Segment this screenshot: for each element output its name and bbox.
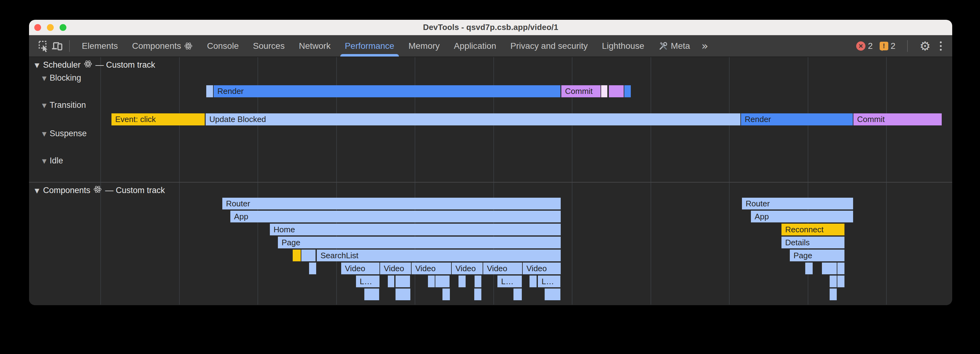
flame-bar[interactable]	[301, 250, 315, 262]
flame-bar[interactable]	[396, 289, 410, 300]
tab-lighthouse[interactable]: Lighthouse	[595, 35, 651, 57]
tab-application[interactable]: Application	[447, 35, 503, 57]
flame-bar-router[interactable]: Router	[222, 198, 561, 209]
tab-network[interactable]: Network	[292, 35, 338, 57]
flame-bar-details[interactable]: Details	[781, 237, 845, 248]
lane-label-transition[interactable]: ▼Transition	[42, 100, 86, 110]
flame-bar-commit[interactable]: Commit	[853, 113, 942, 125]
flame-bar[interactable]	[396, 276, 410, 287]
flame-bar-video[interactable]: Video	[523, 263, 561, 274]
gridline	[651, 57, 651, 305]
flame-bar-app[interactable]: App	[751, 210, 853, 222]
zoom-window-button[interactable]	[60, 24, 66, 31]
flame-bar-router[interactable]: Router	[742, 198, 853, 209]
flame-bar[interactable]	[428, 276, 435, 287]
flame-bar-l-[interactable]: L…	[497, 276, 522, 287]
more-options-menu[interactable]	[937, 41, 944, 51]
flame-bar-l-[interactable]: L…	[538, 276, 560, 287]
flame-bar[interactable]	[474, 276, 481, 287]
flame-bar[interactable]	[837, 263, 845, 274]
atom-icon-slot	[84, 60, 92, 70]
device-toolbar-button[interactable]	[51, 38, 64, 54]
panel-tabs: ElementsComponents ConsoleSourcesNetwork…	[75, 35, 697, 57]
flame-bar[interactable]	[837, 276, 845, 287]
flame-bar-searchlist[interactable]: SearchList	[317, 250, 561, 262]
flame-bar-render[interactable]: Render	[214, 85, 560, 97]
tab-label: Meta	[671, 41, 690, 51]
collapse-triangle-icon[interactable]: ▼	[42, 102, 47, 109]
lane-name: Idle	[50, 156, 63, 166]
inspect-element-button[interactable]	[37, 38, 51, 54]
more-tabs-button[interactable]: »	[697, 40, 713, 52]
lane-label-blocking[interactable]: ▼Blocking	[42, 73, 81, 83]
atom-icon-slot	[93, 185, 102, 196]
flame-bar[interactable]	[822, 263, 837, 274]
track-header-scheduler[interactable]: ▼ Scheduler — Custom track	[35, 60, 155, 70]
flame-bar[interactable]	[830, 289, 837, 300]
tools-icon	[659, 41, 668, 51]
flame-bar[interactable]	[601, 85, 607, 97]
flame-bar-video[interactable]: Video	[452, 263, 483, 274]
collapse-triangle-icon[interactable]: ▼	[42, 158, 47, 164]
error-badge[interactable]: × 2	[856, 41, 873, 51]
tab-meta[interactable]: Meta	[651, 35, 697, 57]
flame-bar-reconnect[interactable]: Reconnect	[781, 224, 845, 235]
traffic-lights	[29, 20, 66, 35]
flame-bar[interactable]	[435, 276, 450, 287]
collapse-triangle-icon[interactable]: ▼	[35, 187, 39, 194]
flame-bar-l-[interactable]: L…	[356, 276, 379, 287]
flame-bar[interactable]	[545, 289, 560, 300]
flame-bar-app[interactable]: App	[230, 210, 561, 222]
flame-bar[interactable]	[474, 289, 481, 300]
settings-gear-icon[interactable]: ⚙	[920, 40, 931, 52]
flame-bar-event-click[interactable]: Event: click	[111, 113, 205, 125]
flame-bar-commit[interactable]: Commit	[561, 85, 601, 97]
flame-bar[interactable]	[442, 289, 450, 300]
flame-bar[interactable]	[514, 289, 522, 300]
tab-label: Memory	[409, 41, 440, 51]
flame-bar-page[interactable]: Page	[278, 237, 561, 248]
tab-sources[interactable]: Sources	[246, 35, 292, 57]
flame-bar[interactable]	[458, 276, 466, 287]
minimize-window-button[interactable]	[47, 24, 54, 31]
flame-bar-video[interactable]: Video	[483, 263, 522, 274]
flame-bar-render[interactable]: Render	[741, 113, 853, 125]
tab-privacy-and-security[interactable]: Privacy and security	[503, 35, 595, 57]
flame-bar[interactable]	[830, 276, 837, 287]
flame-bar[interactable]	[364, 289, 379, 300]
flame-bar-video[interactable]: Video	[341, 263, 379, 274]
flame-bar[interactable]	[388, 276, 394, 287]
track-header-components[interactable]: ▼ Components — Custom track	[35, 185, 165, 196]
flame-bar-page[interactable]: Page	[790, 250, 845, 262]
atom-icon	[93, 185, 102, 194]
flame-bar-video[interactable]: Video	[412, 263, 451, 274]
flame-bar[interactable]	[609, 85, 624, 97]
warning-badge[interactable]: ! 2	[880, 41, 896, 51]
flame-bar-video[interactable]: Video	[380, 263, 411, 274]
tab-elements[interactable]: Elements	[75, 35, 125, 57]
flame-bar[interactable]	[624, 85, 631, 97]
close-window-button[interactable]	[34, 24, 41, 31]
gridline	[100, 57, 101, 305]
track-suffix: — Custom track	[105, 186, 165, 195]
flame-bar[interactable]	[805, 263, 813, 274]
track-name: Components	[43, 186, 90, 195]
devtools-window: DevTools - qsvd7p.csb.app/video/1 Elemen…	[29, 20, 952, 305]
flame-bar[interactable]	[293, 250, 301, 262]
track-suffix: — Custom track	[95, 60, 155, 70]
flame-bar-home[interactable]: Home	[270, 224, 561, 235]
collapse-triangle-icon[interactable]: ▼	[42, 75, 47, 81]
flame-bar-update-blocked[interactable]: Update Blocked	[206, 113, 740, 125]
tab-components[interactable]: Components	[125, 35, 200, 57]
lane-label-suspense[interactable]: ▼Suspense	[42, 129, 87, 139]
flame-bar[interactable]	[206, 85, 213, 97]
flame-bar[interactable]	[530, 276, 537, 287]
tab-performance[interactable]: Performance	[338, 35, 401, 57]
tab-memory[interactable]: Memory	[401, 35, 447, 57]
collapse-triangle-icon[interactable]: ▼	[42, 130, 47, 137]
flame-bar[interactable]	[309, 263, 316, 274]
desktop-background: DevTools - qsvd7p.csb.app/video/1 Elemen…	[0, 0, 980, 354]
lane-label-idle[interactable]: ▼Idle	[42, 156, 63, 166]
collapse-triangle-icon[interactable]: ▼	[35, 61, 39, 69]
tab-console[interactable]: Console	[200, 35, 246, 57]
